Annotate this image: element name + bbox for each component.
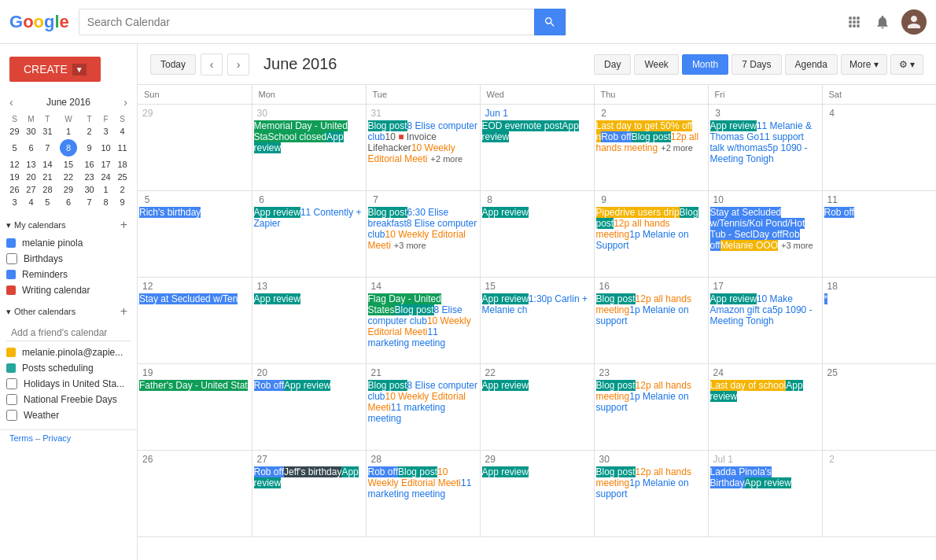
calendar-event[interactable]: Rob off: [254, 380, 284, 391]
calendar-event[interactable]: App review: [284, 380, 330, 391]
calendar-event[interactable]: Blog post: [596, 466, 636, 477]
calendar-event[interactable]: Melanie OOO: [720, 240, 778, 251]
mini-day-8b[interactable]: 8: [98, 196, 114, 208]
mini-day-30b[interactable]: 30: [81, 183, 98, 196]
calendar-event[interactable]: +2 more: [658, 142, 696, 153]
create-button[interactable]: CREATE ▼: [9, 57, 101, 82]
today-button[interactable]: Today: [150, 54, 196, 75]
calendar-cell-3-1[interactable]: 20Rob offApp review: [252, 363, 366, 450]
add-other-calendar-btn[interactable]: +: [120, 304, 127, 319]
calendar-event[interactable]: Blog post: [596, 380, 636, 391]
calendar-event[interactable]: Stay at Secluded w/Ten: [139, 293, 238, 304]
mini-day-8[interactable]: 8: [56, 138, 81, 158]
add-my-calendar-btn[interactable]: +: [120, 218, 127, 232]
calendar-event[interactable]: +3 more: [778, 240, 816, 251]
agenda-button[interactable]: Agenda: [785, 54, 838, 75]
calendar-event[interactable]: Blog post: [368, 380, 407, 391]
calendar-event[interactable]: Pipedrive users drip: [596, 207, 680, 218]
seven-days-button[interactable]: 7 Days: [731, 54, 781, 75]
mini-day-9b[interactable]: 9: [114, 196, 131, 208]
mini-day-29b[interactable]: 29: [56, 183, 81, 196]
calendar-event[interactable]: Blog post: [368, 207, 407, 218]
mini-day-22[interactable]: 22: [56, 171, 81, 183]
calendar-event[interactable]: Father's Day - United Stat: [139, 380, 248, 391]
calendar-cell-0-2[interactable]: 31Blog post8 Elise computer club10 ■ Inv…: [366, 104, 480, 190]
calendar-cell-1-3[interactable]: 8App review: [480, 190, 594, 277]
calendar-event[interactable]: Day off: [753, 229, 783, 240]
my-calendars-section[interactable]: ▾ My calendars +: [0, 212, 137, 235]
calendar-cell-0-3[interactable]: Jun 1EOD evernote postApp review: [480, 104, 594, 190]
calendar-cell-3-5[interactable]: 24Last day of schoolApp review: [708, 363, 822, 450]
calendar-event[interactable]: Blog post: [398, 466, 437, 477]
mini-day-21[interactable]: 21: [39, 171, 56, 183]
calendar-cell-1-4[interactable]: 9Pipedrive users dripBlog post12p all ha…: [594, 190, 708, 277]
create-caret[interactable]: ▼: [72, 64, 87, 76]
calendar-cell-2-3[interactable]: 15App review1:30p Carlin + Melanie ch: [480, 277, 594, 363]
calendar-cell-1-6[interactable]: 11Rob off: [822, 190, 936, 277]
calendar-cell-1-0[interactable]: 5Rich's birthday: [138, 190, 252, 277]
privacy-link[interactable]: Privacy: [42, 433, 71, 443]
calendar-cell-2-1[interactable]: 13App review: [252, 277, 366, 363]
mini-day-5b[interactable]: 5: [39, 196, 56, 208]
mini-day-2[interactable]: 2: [81, 125, 98, 138]
calendar-cell-4-1[interactable]: 27Rob offJeff's birthdayApp review: [252, 450, 366, 536]
calendar-event[interactable]: +3 more: [391, 240, 429, 251]
notifications-icon[interactable]: [873, 13, 892, 31]
calendar-item-reminders[interactable]: Reminders: [0, 267, 137, 282]
calendar-check-freebie[interactable]: [6, 394, 17, 405]
mini-day-31[interactable]: 31: [39, 125, 56, 138]
calendar-item-holidays[interactable]: Holidays in United Sta...: [0, 376, 137, 392]
mini-day-13[interactable]: 13: [23, 158, 39, 171]
mini-day-3[interactable]: 3: [98, 125, 114, 138]
mini-day-5[interactable]: 5: [6, 138, 23, 158]
calendar-item-weather[interactable]: Weather: [0, 407, 137, 423]
week-view-button[interactable]: Week: [634, 54, 678, 75]
calendar-cell-2-0[interactable]: 12Stay at Secluded w/Ten: [138, 277, 252, 363]
apps-icon[interactable]: [845, 13, 864, 31]
calendar-event[interactable]: App review: [710, 120, 757, 131]
calendar-cell-1-2[interactable]: 7Blog post6:30 Elise breakfast8 Elise co…: [366, 190, 480, 277]
day-view-button[interactable]: Day: [594, 54, 631, 75]
mini-day-20[interactable]: 20: [23, 171, 39, 183]
month-view-button[interactable]: Month: [682, 54, 728, 75]
calendar-cell-4-2[interactable]: 28Rob offBlog post10 Weekly Editorial Me…: [366, 450, 480, 536]
calendar-cell-3-2[interactable]: 21Blog post8 Elise computer club10 Weekl…: [366, 363, 480, 450]
mini-day-30[interactable]: 30: [23, 125, 39, 138]
calendar-event[interactable]: Blog post: [632, 131, 671, 142]
calendar-cell-0-1[interactable]: 30Memorial Day - United StaSchool closed…: [252, 104, 366, 190]
calendar-cell-3-0[interactable]: 19Father's Day - United Stat: [138, 363, 252, 450]
calendar-cell-4-6[interactable]: 2: [822, 450, 936, 536]
mini-day-14[interactable]: 14: [39, 158, 56, 171]
mini-day-18[interactable]: 18: [114, 158, 131, 171]
calendar-event[interactable]: App review: [482, 207, 529, 218]
calendar-item-melanie[interactable]: melanie pinola: [0, 235, 137, 251]
calendar-event[interactable]: +2 more: [428, 153, 466, 164]
mini-day-10[interactable]: 10: [98, 138, 114, 158]
calendar-cell-4-5[interactable]: Jul 1Ladda Pinola's BirthdayApp review: [708, 450, 822, 536]
mini-day-28[interactable]: 28: [39, 183, 56, 196]
calendar-cell-2-2[interactable]: 14Flag Day - United StatesBlog post8 Eli…: [366, 277, 480, 363]
calendar-cell-2-4[interactable]: 16Blog post12p all hands meeting1p Melan…: [594, 277, 708, 363]
calendar-item-birthdays[interactable]: Birthdays: [0, 251, 137, 267]
mini-day-26[interactable]: 26: [6, 183, 23, 196]
mini-day-4[interactable]: 4: [114, 125, 131, 138]
calendar-event[interactable]: App review: [482, 466, 529, 477]
calendar-cell-3-6[interactable]: 25: [822, 363, 936, 450]
mini-day-16[interactable]: 16: [81, 158, 98, 171]
calendar-item-zapier[interactable]: melanie.pinola@zapie...: [0, 344, 137, 360]
calendar-event[interactable]: App review: [254, 293, 300, 304]
calendar-event[interactable]: Last day of school: [710, 380, 787, 391]
mini-day-25[interactable]: 25: [114, 171, 131, 183]
next-month-button[interactable]: ›: [227, 53, 249, 76]
mini-day-17[interactable]: 17: [98, 158, 114, 171]
mini-day-24[interactable]: 24: [98, 171, 114, 183]
mini-day-29[interactable]: 29: [6, 125, 23, 138]
calendar-event[interactable]: EOD evernote post: [482, 120, 562, 131]
mini-day-15[interactable]: 15: [56, 158, 81, 171]
calendar-item-writing[interactable]: Writing calendar: [0, 282, 137, 298]
mini-day-7b[interactable]: 7: [81, 196, 98, 208]
mini-day-4b[interactable]: 4: [23, 196, 39, 208]
calendar-cell-4-4[interactable]: 30Blog post12p all hands meeting1p Melan…: [594, 450, 708, 536]
mini-day-6[interactable]: 6: [23, 138, 39, 158]
calendar-cell-1-1[interactable]: 6App review11 Contently + Zapier: [252, 190, 366, 277]
